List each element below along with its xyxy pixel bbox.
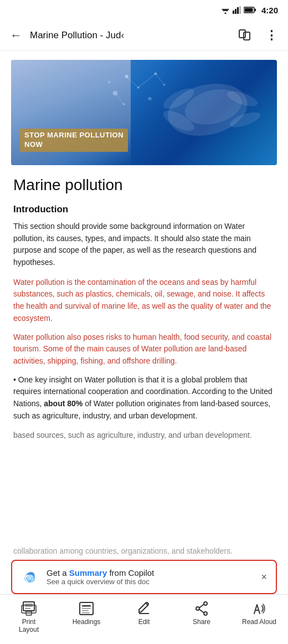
bottom-nav: Print Layout Headings Edit Share bbox=[0, 594, 288, 644]
nav-label-print-layout: Print Layout bbox=[19, 618, 39, 634]
document-area: STOP MARINE POLLUTION NOW Marine polluti… bbox=[0, 51, 288, 594]
wifi-icon bbox=[220, 6, 230, 14]
nav-label-share: Share bbox=[193, 618, 210, 626]
svg-line-28 bbox=[156, 74, 164, 85]
share-icon bbox=[194, 601, 209, 616]
copilot-banner: Get a Summary from Copilot See a quick o… bbox=[11, 560, 277, 594]
more-icon: ⋮ bbox=[265, 28, 278, 43]
battery-icon bbox=[244, 7, 256, 13]
svg-line-48 bbox=[199, 605, 204, 608]
svg-rect-39 bbox=[82, 605, 91, 607]
highlight-paragraph-2: Water pollution also poses risks to huma… bbox=[13, 331, 275, 367]
svg-line-27 bbox=[138, 74, 156, 88]
svg-point-47 bbox=[204, 612, 207, 615]
nav-item-share[interactable]: Share bbox=[173, 599, 230, 628]
svg-rect-4 bbox=[235, 9, 236, 14]
headings-icon bbox=[79, 601, 94, 616]
signal-icon bbox=[233, 6, 241, 14]
nav-item-edit[interactable]: Edit bbox=[115, 599, 173, 628]
svg-point-22 bbox=[108, 81, 110, 83]
svg-point-46 bbox=[196, 607, 199, 610]
svg-rect-40 bbox=[82, 608, 91, 609]
svg-point-45 bbox=[204, 602, 207, 605]
nav-item-print-layout[interactable]: Print Layout bbox=[0, 599, 58, 636]
key-insight-paragraph: • One key insight on Water pollution is … bbox=[13, 374, 275, 422]
document-title: Marine Pollution - Jud‹ bbox=[30, 30, 231, 41]
svg-rect-41 bbox=[82, 610, 89, 611]
hero-caption: STOP MARINE POLLUTION NOW bbox=[20, 129, 128, 152]
view-toggle-button[interactable] bbox=[235, 26, 258, 45]
svg-rect-33 bbox=[25, 604, 33, 605]
document-page: STOP MARINE POLLUTION NOW Marine polluti… bbox=[0, 51, 288, 594]
section-heading-introduction: Introduction bbox=[13, 204, 275, 215]
svg-rect-11 bbox=[244, 32, 250, 40]
hero-image: STOP MARINE POLLUTION NOW bbox=[11, 60, 277, 165]
intro-paragraph: This section should provide some backgro… bbox=[13, 221, 275, 269]
svg-line-26 bbox=[127, 76, 138, 88]
more-button[interactable]: ⋮ bbox=[262, 25, 281, 46]
status-time: 4:20 bbox=[261, 6, 278, 15]
document-content: Marine pollution Introduction This secti… bbox=[0, 165, 288, 422]
nav-label-headings: Headings bbox=[73, 618, 101, 626]
edit-icon bbox=[137, 601, 151, 616]
copilot-icon bbox=[19, 566, 40, 587]
copilot-close-button[interactable]: × bbox=[259, 569, 269, 585]
copilot-text: Get a Summary from Copilot See a quick o… bbox=[47, 568, 252, 586]
svg-rect-6 bbox=[239, 6, 241, 14]
read-aloud-icon bbox=[251, 601, 268, 616]
svg-rect-10 bbox=[239, 30, 245, 38]
copilot-line2: See a quick overview of this doc bbox=[47, 577, 252, 586]
print-layout-icon bbox=[21, 601, 37, 616]
svg-line-29 bbox=[115, 93, 124, 104]
partial-text-top: based sources, such as agriculture, indu… bbox=[0, 430, 288, 441]
copilot-line1: Get a Summary from Copilot bbox=[47, 568, 252, 577]
highlight-paragraph-1: Water pollution is the contamination of … bbox=[13, 277, 275, 325]
nav-item-headings[interactable]: Headings bbox=[58, 599, 115, 628]
svg-rect-9 bbox=[255, 9, 256, 12]
nav-label-edit: Edit bbox=[138, 618, 150, 626]
svg-rect-34 bbox=[25, 606, 33, 607]
nav-item-read-aloud[interactable]: Read Aloud bbox=[230, 599, 288, 628]
svg-rect-42 bbox=[82, 612, 90, 614]
overlay-icon bbox=[239, 29, 254, 42]
document-main-title: Marine pollution bbox=[13, 176, 275, 194]
nav-label-read-aloud: Read Aloud bbox=[242, 618, 276, 626]
partial-text-top-content: based sources, such as agriculture, indu… bbox=[13, 430, 275, 441]
status-icons: 4:20 bbox=[220, 6, 278, 15]
back-button[interactable]: ← bbox=[7, 25, 25, 46]
copilot-summary-link[interactable]: Summary bbox=[69, 568, 107, 577]
svg-rect-8 bbox=[244, 8, 253, 12]
status-bar: 4:20 bbox=[0, 0, 288, 20]
svg-rect-3 bbox=[233, 11, 234, 14]
top-bar: ← Marine Pollution - Jud‹ ⋮ bbox=[0, 20, 288, 51]
top-actions: ⋮ bbox=[235, 25, 281, 46]
partial-text-bottom-content: collaboration among countries, organizat… bbox=[13, 545, 275, 555]
partial-text-bottom: collaboration among countries, organizat… bbox=[0, 545, 288, 555]
svg-rect-35 bbox=[25, 608, 30, 609]
svg-line-49 bbox=[199, 610, 204, 613]
svg-rect-5 bbox=[237, 7, 239, 14]
svg-point-23 bbox=[148, 97, 151, 100]
